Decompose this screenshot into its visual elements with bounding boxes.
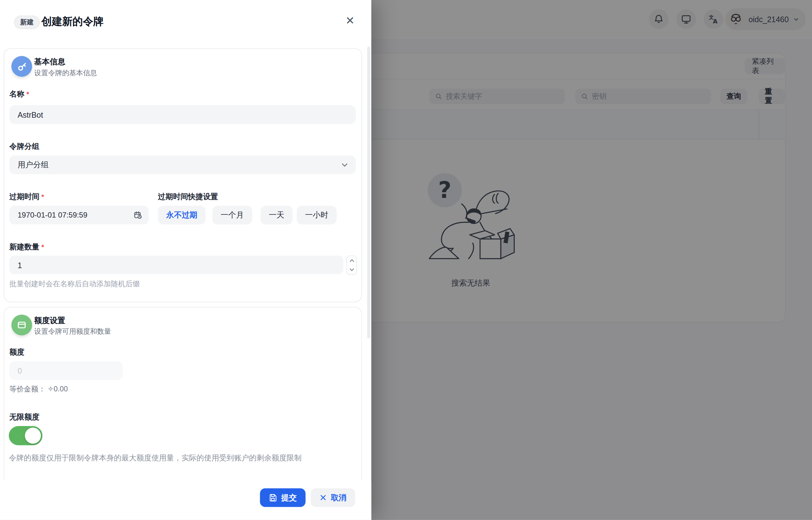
quantity-stepper bbox=[346, 256, 357, 275]
basic-info-title: 基本信息 bbox=[34, 57, 65, 67]
new-badge: 新建 bbox=[14, 16, 40, 29]
wallet-icon bbox=[11, 315, 32, 335]
quantity-value: 1 bbox=[18, 261, 22, 269]
name-input[interactable]: AstrBot bbox=[9, 105, 356, 124]
calendar-icon[interactable] bbox=[134, 211, 142, 219]
required-mark: * bbox=[41, 193, 44, 201]
cancel-label: 取消 bbox=[331, 493, 346, 503]
cancel-button[interactable]: 取消 bbox=[311, 488, 355, 507]
quota-label: 额度 bbox=[9, 347, 24, 357]
quantity-label-text: 新建数量 bbox=[9, 242, 39, 251]
stepper-down-button[interactable] bbox=[347, 265, 357, 274]
quick-never-expire[interactable]: 永不过期 bbox=[158, 206, 206, 225]
unlimited-quota-toggle[interactable] bbox=[9, 426, 43, 445]
quota-subtitle: 设置令牌可用额度和数量 bbox=[34, 327, 111, 336]
key-icon bbox=[11, 56, 32, 76]
submit-label: 提交 bbox=[281, 493, 297, 503]
quick-one-day[interactable]: 一天 bbox=[260, 206, 292, 225]
quick-expiry-label: 过期时间快捷设置 bbox=[158, 192, 218, 202]
group-value: 用户分组 bbox=[18, 160, 49, 170]
save-icon bbox=[269, 493, 277, 502]
quota-input[interactable]: 0 bbox=[9, 361, 123, 380]
drawer-footer: 提交 取消 bbox=[0, 482, 371, 520]
equivalent-amount: 等价金额： ✧0.00 bbox=[9, 385, 68, 394]
cancel-x-icon bbox=[319, 494, 327, 501]
name-label: 名称* bbox=[9, 89, 29, 99]
unlimited-quota-label: 无限额度 bbox=[9, 412, 39, 422]
create-token-drawer: 新建 创建新的令牌 ✕ 基本信息 设置令牌的基本信息 名称* AstrBot 令… bbox=[0, 0, 371, 520]
basic-info-subtitle: 设置令牌的基本信息 bbox=[34, 68, 97, 78]
required-mark: * bbox=[27, 90, 29, 98]
stepper-up-button[interactable] bbox=[347, 256, 357, 265]
expiry-label-text: 过期时间 bbox=[9, 192, 39, 201]
quantity-hint: 批量创建时会在名称后自动添加随机后缀 bbox=[9, 279, 140, 289]
quota-placeholder: 0 bbox=[18, 366, 22, 375]
name-label-text: 名称 bbox=[9, 89, 24, 98]
drawer-title: 创建新的令牌 bbox=[41, 15, 104, 28]
quick-one-month[interactable]: 一个月 bbox=[212, 206, 252, 225]
close-icon[interactable]: ✕ bbox=[342, 12, 358, 29]
basic-info-card: 基本信息 设置令牌的基本信息 名称* AstrBot 令牌分组 用户分组 过期时… bbox=[4, 48, 362, 302]
group-select[interactable]: 用户分组 bbox=[9, 155, 356, 174]
group-label: 令牌分组 bbox=[9, 141, 39, 151]
chevron-down-icon bbox=[341, 161, 348, 169]
quantity-input[interactable]: 1 bbox=[9, 256, 343, 275]
expiry-datetime-input[interactable]: 1970-01-01 07:59:59 bbox=[9, 206, 149, 225]
screen: 文A oidc_21460 紧凑列表 搜索关键字 bbox=[0, 0, 812, 520]
submit-button[interactable]: 提交 bbox=[260, 488, 306, 507]
toggle-knob bbox=[25, 427, 41, 444]
quota-note: 令牌的额度仅用于限制令牌本身的最大额度使用量，实际的使用受到账户的剩余额度限制 bbox=[9, 452, 351, 464]
quota-title: 额度设置 bbox=[34, 316, 65, 326]
expiry-value: 1970-01-01 07:59:59 bbox=[18, 211, 87, 219]
drawer-scrollbar[interactable] bbox=[367, 47, 370, 338]
quick-one-hour[interactable]: 一小时 bbox=[297, 206, 337, 225]
quantity-label: 新建数量* bbox=[9, 242, 44, 252]
expiry-label: 过期时间* bbox=[9, 192, 44, 202]
required-mark: * bbox=[41, 243, 44, 251]
name-value: AstrBot bbox=[18, 110, 43, 119]
